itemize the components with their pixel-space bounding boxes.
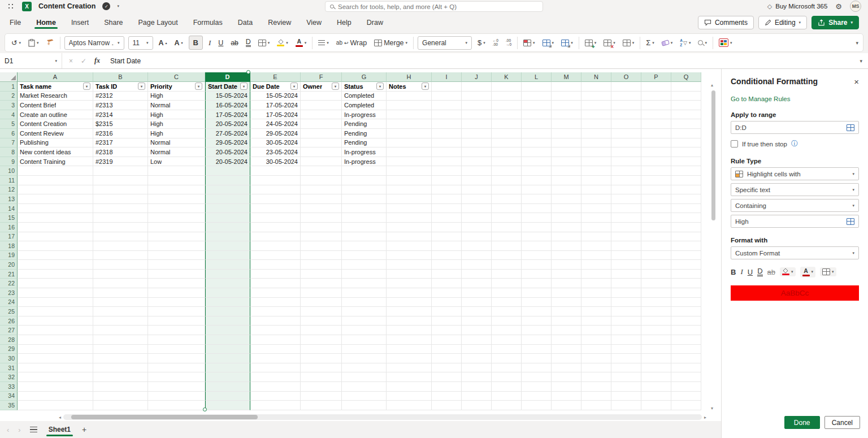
column-header-A[interactable]: A <box>18 72 93 82</box>
grid-cell[interactable] <box>93 316 148 326</box>
grid-cell[interactable] <box>432 241 462 251</box>
menu-item-data[interactable]: Data <box>237 14 253 32</box>
grid-cell[interactable] <box>492 157 522 167</box>
grid-cell[interactable] <box>205 382 250 392</box>
grid-cell[interactable] <box>522 194 552 204</box>
grid-cell[interactable] <box>18 307 93 316</box>
grid-cell[interactable]: Pending <box>342 138 387 148</box>
grid-cell[interactable] <box>522 92 552 101</box>
grid-cell[interactable] <box>552 166 581 176</box>
grid-cell[interactable] <box>18 326 93 335</box>
grid-cell[interactable] <box>492 298 522 307</box>
grid-cell[interactable]: Start Date▾ <box>205 82 250 92</box>
grid-cell[interactable]: #2318 <box>93 148 148 157</box>
grid-cell[interactable] <box>342 185 387 195</box>
grid-cell[interactable] <box>342 335 387 345</box>
insert-function-icon[interactable]: fx <box>94 57 100 65</box>
grid-cell[interactable] <box>18 279 93 288</box>
grid-cell[interactable] <box>552 92 581 101</box>
grid-cell[interactable] <box>301 345 342 354</box>
grid-cell[interactable] <box>148 382 205 392</box>
grid-cell[interactable] <box>148 251 205 261</box>
search-bar[interactable] <box>325 1 543 12</box>
grid-cell[interactable] <box>432 326 462 335</box>
grid-cell[interactable] <box>492 392 522 401</box>
grid-cell[interactable]: High <box>148 119 205 129</box>
grid-cell[interactable] <box>522 101 552 110</box>
grid-cell[interactable] <box>250 298 301 307</box>
grid-cell[interactable] <box>522 270 552 279</box>
grid-cell[interactable] <box>93 251 148 261</box>
grid-cell[interactable] <box>641 270 671 279</box>
grid-cell[interactable] <box>611 223 641 232</box>
grid-cell[interactable] <box>611 119 641 129</box>
grid-cell[interactable] <box>671 345 701 354</box>
grid-cell[interactable] <box>387 213 432 223</box>
grid-cell[interactable] <box>432 251 462 261</box>
grid-cell[interactable] <box>641 232 671 242</box>
row-header-13[interactable]: 13 <box>0 194 18 204</box>
grid-cell[interactable] <box>641 288 671 298</box>
grid-cell[interactable] <box>492 251 522 261</box>
filter-button[interactable]: ▾ <box>138 83 145 90</box>
grid-cell[interactable] <box>641 138 671 148</box>
grid-cell[interactable]: 27-05-2024 <box>205 129 250 138</box>
insert-cells-button[interactable]: ▾ <box>583 36 598 50</box>
fill-color-button[interactable]: ▾ <box>780 267 796 276</box>
grid-cell[interactable] <box>492 345 522 354</box>
selection-handle-bottom[interactable] <box>203 407 207 411</box>
grid-cell[interactable] <box>18 232 93 242</box>
menu-item-draw[interactable]: Draw <box>366 14 384 32</box>
grid-cell[interactable] <box>301 354 342 363</box>
grid-cell[interactable] <box>462 119 492 129</box>
grid-cell[interactable] <box>462 392 492 401</box>
column-header-O[interactable]: O <box>611 72 641 82</box>
grid-cell[interactable] <box>641 194 671 204</box>
grid-cell[interactable] <box>581 129 611 138</box>
grid-cell[interactable] <box>611 316 641 326</box>
grid-cell[interactable] <box>301 232 342 242</box>
font-size-select[interactable]: 11▾ <box>128 36 153 50</box>
grid-cell[interactable] <box>462 148 492 157</box>
row-header-12[interactable]: 12 <box>0 185 18 195</box>
row-header-11[interactable]: 11 <box>0 176 18 185</box>
grid-cell[interactable] <box>611 241 641 251</box>
grid-cell[interactable] <box>641 157 671 167</box>
grid-cell[interactable] <box>387 204 432 214</box>
grid-cell[interactable] <box>301 129 342 138</box>
grid-cell[interactable] <box>522 251 552 261</box>
grid-cell[interactable] <box>641 101 671 110</box>
grid-cell[interactable] <box>462 363 492 373</box>
grid-cell[interactable] <box>432 354 462 363</box>
grid-cell[interactable] <box>641 316 671 326</box>
menu-item-home[interactable]: Home <box>36 14 57 32</box>
grid-cell[interactable] <box>250 251 301 261</box>
grid-cell[interactable] <box>205 326 250 335</box>
grid-cell[interactable] <box>18 260 93 270</box>
grid-cell[interactable] <box>552 176 581 185</box>
grid-cell[interactable] <box>387 148 432 157</box>
grid-cell[interactable] <box>148 298 205 307</box>
cell-styles-button[interactable]: ▾ <box>559 36 575 50</box>
grid-cell[interactable] <box>148 392 205 401</box>
grid-cell[interactable] <box>492 166 522 176</box>
grid-cell[interactable] <box>462 223 492 232</box>
grid-cell[interactable] <box>205 241 250 251</box>
borders-button[interactable]: ▾ <box>820 267 836 276</box>
grid-cell[interactable] <box>552 326 581 335</box>
grid-cell[interactable] <box>301 382 342 392</box>
grid-cell[interactable] <box>522 185 552 195</box>
row-header-14[interactable]: 14 <box>0 204 18 214</box>
grid-cell[interactable] <box>342 345 387 354</box>
grid-cell[interactable] <box>432 270 462 279</box>
grid-cell[interactable] <box>250 363 301 373</box>
grid-cell[interactable] <box>301 401 342 410</box>
grid-cell[interactable] <box>250 316 301 326</box>
grid-cell[interactable] <box>342 401 387 410</box>
grid-cell[interactable] <box>611 82 641 92</box>
grid-cell[interactable] <box>522 307 552 316</box>
grid-cell[interactable] <box>522 316 552 326</box>
grid-cell[interactable] <box>462 92 492 101</box>
filter-button[interactable]: ▾ <box>195 83 202 90</box>
grid-cell[interactable] <box>432 345 462 354</box>
